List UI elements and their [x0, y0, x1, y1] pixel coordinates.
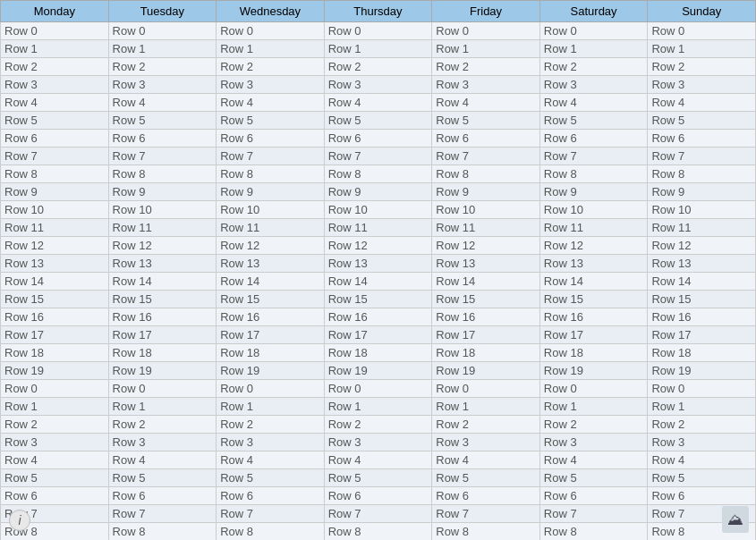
cell-monday-8: Row 8 [1, 165, 109, 183]
cell-wednesday-14: Row 14 [217, 273, 325, 291]
cell-tuesday-16: Row 16 [108, 308, 217, 326]
calendar-wrapper: MondayTuesdayWednesdayThursdayFridaySatu… [0, 0, 756, 540]
calendar-table: MondayTuesdayWednesdayThursdayFridaySatu… [0, 0, 756, 540]
cell-tuesday-5: Row 5 [108, 112, 217, 130]
cell-tuesday-7: Row 7 [108, 148, 217, 165]
cell-thursday-1: Row 1 [324, 40, 432, 58]
cell-saturday-4: Row 4 [539, 94, 648, 112]
cell-friday-4: Row 4 [432, 451, 540, 469]
cell-monday-13: Row 13 [1, 255, 109, 273]
cell-thursday-4: Row 4 [324, 94, 432, 112]
cell-friday-13: Row 13 [432, 255, 540, 273]
cell-wednesday-2: Row 2 [217, 58, 325, 76]
cell-tuesday-18: Row 18 [108, 344, 217, 362]
cell-thursday-2: Row 2 [324, 416, 432, 434]
cell-monday-6: Row 6 [1, 130, 109, 148]
cell-sunday-18: Row 18 [648, 344, 756, 362]
cell-thursday-8: Row 8 [324, 523, 432, 541]
cell-tuesday-8: Row 8 [108, 523, 217, 541]
cell-saturday-3: Row 3 [539, 434, 648, 451]
cell-sunday-14: Row 14 [648, 273, 756, 291]
cell-saturday-16: Row 16 [539, 308, 648, 326]
table-row: Row 3Row 3Row 3Row 3Row 3Row 3Row 3 [1, 76, 756, 94]
table-row: Row 18Row 18Row 18Row 18Row 18Row 18Row … [1, 344, 756, 362]
cell-friday-0: Row 0 [432, 22, 540, 40]
cell-monday-4: Row 4 [1, 94, 109, 112]
cell-sunday-2: Row 2 [648, 416, 756, 434]
cell-sunday-15: Row 15 [648, 291, 756, 308]
cell-wednesday-19: Row 19 [217, 362, 325, 380]
cell-wednesday-12: Row 12 [217, 237, 325, 255]
column-header-wednesday: Wednesday [217, 1, 325, 22]
cell-saturday-2: Row 2 [539, 416, 648, 434]
cell-thursday-17: Row 17 [324, 326, 432, 344]
cell-monday-12: Row 12 [1, 237, 109, 255]
table-row: Row 2Row 2Row 2Row 2Row 2Row 2Row 2 [1, 58, 756, 76]
cell-saturday-7: Row 7 [539, 148, 648, 165]
cell-monday-0: Row 0 [1, 22, 109, 40]
cell-friday-6: Row 6 [432, 130, 540, 148]
cell-tuesday-15: Row 15 [108, 291, 217, 308]
cell-friday-3: Row 3 [432, 76, 540, 94]
cell-sunday-4: Row 4 [648, 94, 756, 112]
cell-monday-14: Row 14 [1, 273, 109, 291]
table-row: Row 7Row 7Row 7Row 7Row 7Row 7Row 7 [1, 148, 756, 165]
cell-sunday-10: Row 10 [648, 201, 756, 219]
cell-monday-19: Row 19 [1, 362, 109, 380]
cell-saturday-15: Row 15 [539, 291, 648, 308]
table-row: Row 5Row 5Row 5Row 5Row 5Row 5Row 5 [1, 469, 756, 487]
cell-thursday-18: Row 18 [324, 344, 432, 362]
cell-wednesday-4: Row 4 [217, 451, 325, 469]
table-row: Row 7Row 7Row 7Row 7Row 7Row 7Row 7 [1, 505, 756, 523]
column-header-thursday: Thursday [324, 1, 432, 22]
cell-tuesday-9: Row 9 [108, 183, 217, 201]
cell-thursday-16: Row 16 [324, 308, 432, 326]
cell-friday-2: Row 2 [432, 58, 540, 76]
cell-saturday-6: Row 6 [539, 487, 648, 505]
cell-thursday-19: Row 19 [324, 362, 432, 380]
cell-sunday-7: Row 7 [648, 148, 756, 165]
cell-tuesday-0: Row 0 [108, 380, 217, 398]
cell-tuesday-3: Row 3 [108, 76, 217, 94]
cell-monday-3: Row 3 [1, 76, 109, 94]
cell-wednesday-2: Row 2 [217, 416, 325, 434]
column-header-sunday: Sunday [648, 1, 756, 22]
cell-saturday-7: Row 7 [539, 505, 648, 523]
cell-saturday-13: Row 13 [539, 255, 648, 273]
cell-thursday-5: Row 5 [324, 112, 432, 130]
cell-friday-14: Row 14 [432, 273, 540, 291]
cell-friday-16: Row 16 [432, 308, 540, 326]
cell-wednesday-0: Row 0 [217, 380, 325, 398]
cell-saturday-0: Row 0 [539, 380, 648, 398]
cell-monday-4: Row 4 [1, 451, 109, 469]
cell-tuesday-5: Row 5 [108, 469, 217, 487]
cell-wednesday-8: Row 8 [217, 523, 325, 541]
cell-tuesday-4: Row 4 [108, 94, 217, 112]
cell-saturday-2: Row 2 [539, 58, 648, 76]
cell-sunday-17: Row 17 [648, 326, 756, 344]
cell-saturday-8: Row 8 [539, 165, 648, 183]
cell-sunday-4: Row 4 [648, 451, 756, 469]
cell-thursday-7: Row 7 [324, 148, 432, 165]
table-row: Row 2Row 2Row 2Row 2Row 2Row 2Row 2 [1, 416, 756, 434]
cell-friday-12: Row 12 [432, 237, 540, 255]
table-row: Row 4Row 4Row 4Row 4Row 4Row 4Row 4 [1, 94, 756, 112]
cell-wednesday-8: Row 8 [217, 165, 325, 183]
cell-friday-7: Row 7 [432, 505, 540, 523]
cell-friday-0: Row 0 [432, 380, 540, 398]
cell-saturday-5: Row 5 [539, 469, 648, 487]
table-row: Row 0Row 0Row 0Row 0Row 0Row 0Row 0 [1, 380, 756, 398]
cell-wednesday-17: Row 17 [217, 326, 325, 344]
cell-thursday-6: Row 6 [324, 487, 432, 505]
cell-monday-15: Row 15 [1, 291, 109, 308]
cell-thursday-7: Row 7 [324, 505, 432, 523]
table-row: Row 11Row 11Row 11Row 11Row 11Row 11Row … [1, 219, 756, 237]
cell-sunday-12: Row 12 [648, 237, 756, 255]
info-icon[interactable]: i [9, 510, 30, 531]
cell-tuesday-0: Row 0 [108, 22, 217, 40]
table-row: Row 8Row 8Row 8Row 8Row 8Row 8Row 8 [1, 165, 756, 183]
cell-friday-11: Row 11 [432, 219, 540, 237]
cell-wednesday-7: Row 7 [217, 505, 325, 523]
cell-thursday-9: Row 9 [324, 183, 432, 201]
cell-monday-2: Row 2 [1, 58, 109, 76]
